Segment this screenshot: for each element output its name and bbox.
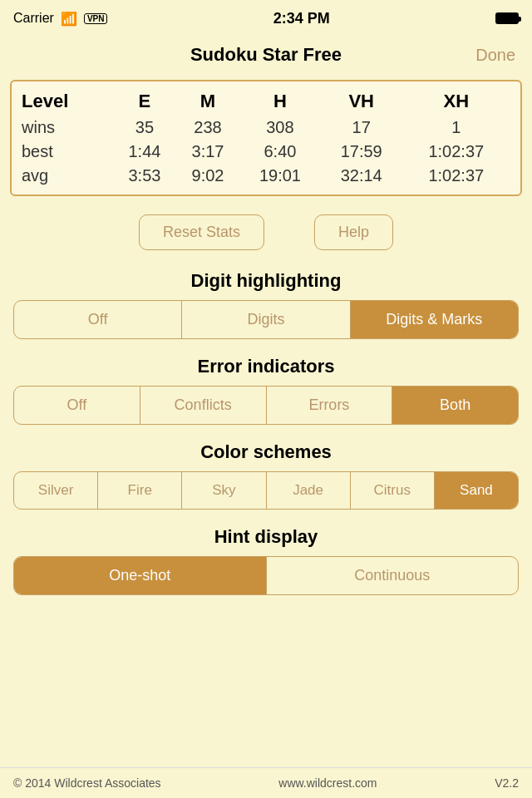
status-bar: Carrier 📶 VPN 2:34 PM (0, 0, 532, 33)
color-fire[interactable]: Fire (98, 472, 182, 509)
help-button[interactable]: Help (314, 214, 393, 250)
wins-e: 35 (113, 116, 176, 140)
best-label: best (22, 140, 113, 164)
digit-highlighting-control: Off Digits Digits & Marks (13, 300, 519, 339)
status-right (495, 12, 519, 24)
digit-highlighting-section: Digit highlighting Off Digits Digits & M… (0, 264, 532, 349)
avg-h: 19:01 (239, 164, 321, 188)
color-schemes-control: Silver Fire Sky Jade Citrus Sand (13, 471, 519, 510)
col-e: E (113, 88, 176, 116)
hint-continuous[interactable]: Continuous (267, 557, 519, 594)
col-xh: XH (402, 88, 510, 116)
page-title: Sudoku Star Free (190, 44, 342, 66)
carrier-label: Carrier (13, 11, 54, 26)
stats-wins-row: wins 35 238 308 17 1 (22, 116, 510, 140)
best-h: 6:40 (239, 140, 321, 164)
col-m: M (176, 88, 239, 116)
color-sand[interactable]: Sand (435, 472, 518, 509)
status-left: Carrier 📶 VPN (13, 11, 107, 27)
best-xh: 1:02:37 (402, 140, 510, 164)
error-indicators-control: Off Conflicts Errors Both (13, 386, 519, 425)
hint-display-title: Hint display (13, 526, 519, 548)
avg-xh: 1:02:37 (402, 164, 510, 188)
stats-table-container: Level E M H VH XH wins 35 238 308 17 1 b… (10, 80, 522, 196)
stats-table: Level E M H VH XH wins 35 238 308 17 1 b… (22, 88, 510, 188)
avg-vh: 32:14 (321, 164, 402, 188)
wins-vh: 17 (321, 116, 402, 140)
best-e: 1:44 (113, 140, 176, 164)
color-citrus[interactable]: Citrus (351, 472, 435, 509)
best-vh: 17:59 (321, 140, 402, 164)
avg-e: 3:53 (113, 164, 176, 188)
digit-highlight-digits[interactable]: Digits (182, 301, 350, 338)
hint-display-section: Hint display One-shot Continuous (0, 520, 532, 605)
digit-highlight-off[interactable]: Off (14, 301, 182, 338)
color-silver[interactable]: Silver (14, 472, 98, 509)
color-schemes-section: Color schemes Silver Fire Sky Jade Citru… (0, 435, 532, 520)
color-schemes-title: Color schemes (13, 441, 519, 463)
nav-bar: Sudoku Star Free Done (0, 33, 532, 76)
wifi-icon: 📶 (61, 11, 77, 27)
error-off[interactable]: Off (14, 387, 140, 424)
error-indicators-title: Error indicators (13, 356, 519, 377)
footer-website: www.wildcrest.com (278, 776, 377, 790)
best-m: 3:17 (176, 140, 239, 164)
buttons-row: Reset Stats Help (0, 206, 532, 264)
col-level: Level (22, 88, 113, 116)
done-button[interactable]: Done (475, 46, 515, 65)
footer-copyright: © 2014 Wildcrest Associates (13, 776, 161, 790)
footer: © 2014 Wildcrest Associates www.wildcres… (0, 767, 532, 798)
digit-highlight-digits-marks[interactable]: Digits & Marks (351, 301, 518, 338)
wins-label: wins (22, 116, 113, 140)
col-vh: VH (321, 88, 402, 116)
status-time: 2:34 PM (273, 10, 330, 27)
footer-version: V2.2 (495, 776, 519, 790)
avg-label: avg (22, 164, 113, 188)
color-jade[interactable]: Jade (267, 472, 351, 509)
wins-xh: 1 (402, 116, 510, 140)
stats-best-row: best 1:44 3:17 6:40 17:59 1:02:37 (22, 140, 510, 164)
hint-display-control: One-shot Continuous (13, 556, 519, 595)
wins-h: 308 (239, 116, 321, 140)
battery-icon (495, 12, 519, 24)
error-errors[interactable]: Errors (267, 387, 393, 424)
stats-header-row: Level E M H VH XH (22, 88, 510, 116)
color-sky[interactable]: Sky (182, 472, 266, 509)
vpn-badge: VPN (84, 13, 108, 24)
digit-highlighting-title: Digit highlighting (13, 270, 519, 292)
reset-stats-button[interactable]: Reset Stats (139, 214, 264, 250)
hint-oneshot[interactable]: One-shot (14, 557, 267, 594)
wins-m: 238 (176, 116, 239, 140)
error-conflicts[interactable]: Conflicts (140, 387, 267, 424)
error-indicators-section: Error indicators Off Conflicts Errors Bo… (0, 349, 532, 435)
error-both[interactable]: Both (392, 387, 518, 424)
col-h: H (239, 88, 321, 116)
avg-m: 9:02 (176, 164, 239, 188)
stats-avg-row: avg 3:53 9:02 19:01 32:14 1:02:37 (22, 164, 510, 188)
